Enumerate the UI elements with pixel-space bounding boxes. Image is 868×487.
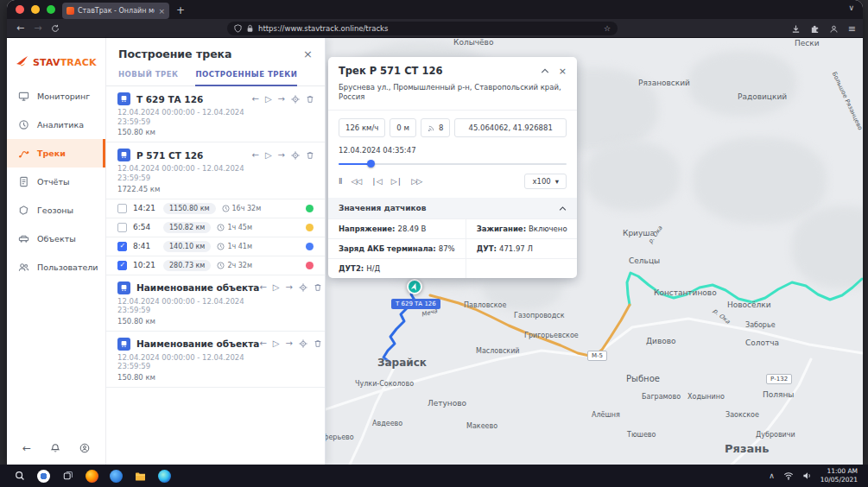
playback-slider-thumb[interactable] [367, 160, 375, 168]
window-close-button[interactable] [16, 5, 24, 14]
taskbar-edge-button[interactable] [158, 470, 171, 483]
account-button[interactable] [829, 24, 839, 34]
track-play-button[interactable]: ▷ [273, 283, 280, 292]
track-pan-start-button[interactable]: ← [252, 95, 259, 104]
profile-button[interactable] [79, 443, 90, 453]
taskbar-explorer-button[interactable] [134, 470, 147, 483]
panel-close-icon[interactable]: × [303, 47, 313, 60]
track-segment-row[interactable]: 6:54 150.82 км 1ч 45м [106, 218, 325, 237]
track-pan-start-button[interactable]: ← [252, 151, 259, 160]
track-row[interactable]: Наименование объекта ← ▷ → 12.04.2024 00… [106, 275, 325, 332]
tab-list-chevron-icon[interactable]: ∨ [848, 3, 854, 12]
track-delete-button[interactable] [314, 283, 322, 292]
vehicle-map-label[interactable]: Т 629 ТА 126 [391, 299, 440, 309]
track-play-button[interactable]: ▷ [265, 151, 272, 160]
segment-checkbox[interactable] [117, 223, 127, 232]
sidebar-item-users[interactable]: Пользователи [7, 253, 105, 281]
playback-slider[interactable] [339, 161, 567, 168]
extensions-button[interactable] [810, 24, 820, 34]
track-pan-end-button[interactable]: → [285, 339, 292, 348]
menu-button[interactable]: ≡ [848, 23, 856, 35]
window-zoom-button[interactable] [47, 5, 55, 14]
tray-volume-icon[interactable] [802, 471, 812, 480]
track-locate-button[interactable] [291, 151, 300, 160]
map-canvas[interactable]: КолычёвоПескиРязановскийРадовицкийБольшо… [326, 38, 863, 465]
track-play-button[interactable]: ▷ [265, 95, 272, 104]
clock-icon [217, 262, 225, 269]
taskbar-firefox-button[interactable] [86, 470, 98, 483]
notifications-bell-button[interactable] [50, 443, 60, 453]
close-panel-icon[interactable]: × [559, 66, 567, 77]
vehicle-badge-icon [117, 281, 130, 294]
sensor-cell: Заряд АКБ терминала:87% [328, 238, 466, 258]
playback-slider-fill [339, 163, 371, 165]
track-play-button[interactable]: ▷ [273, 339, 280, 348]
pause-button[interactable]: Ⅱ [339, 177, 341, 186]
taskbar-task-view-button[interactable] [61, 470, 74, 483]
segment-checkbox[interactable] [117, 242, 127, 251]
collapse-sensors-chevron-icon[interactable] [559, 206, 567, 212]
track-pan-end-button[interactable]: → [278, 151, 285, 160]
taskbar-app-button[interactable] [110, 470, 123, 483]
segment-checkbox[interactable] [117, 261, 127, 270]
rewind-button[interactable]: ◁◁ [351, 177, 361, 186]
segment-time: 6:54 [133, 223, 157, 231]
road-badge: Р-132 [766, 374, 792, 384]
panel-title: Построение трека [118, 47, 232, 60]
map-label: Макеево [466, 422, 497, 430]
track-row[interactable]: Т 629 ТА 126 ← ▷ → 12.04.2024 00:00:00 -… [106, 86, 325, 142]
track-delete-button[interactable] [306, 151, 314, 160]
track-pan-start-button[interactable]: ← [259, 283, 266, 292]
vehicle-badge-icon [117, 338, 130, 351]
step-forward-button[interactable]: ▷❘ [391, 177, 402, 186]
track-segment-row[interactable]: 14:21 1150.80 км 16ч 32м [106, 199, 325, 218]
track-row[interactable]: Наименование объекта ← ▷ → 12.04.2024 00… [106, 332, 325, 388]
map-label: Баграмово [642, 393, 681, 401]
window-minimize-button[interactable] [31, 5, 40, 14]
track-locate-button[interactable] [299, 339, 307, 348]
track-delete-button[interactable] [314, 339, 322, 348]
track-pan-end-button[interactable]: → [278, 95, 285, 104]
segment-checkbox[interactable] [117, 204, 127, 213]
browser-tab[interactable]: СтавТрак - Онлайн мониторг... × [62, 3, 169, 19]
taskbar-clock[interactable]: 11:00 AM 10/05/2021 [820, 467, 858, 484]
sidebar-item-analytics[interactable]: Аналитика [7, 111, 105, 139]
playback-rate-dropdown[interactable]: x100▾ [524, 174, 567, 189]
reload-button[interactable] [51, 19, 60, 38]
sidebar-item-tracks[interactable]: Треки [7, 139, 105, 168]
track-row[interactable]: Р 571 СТ 126 ← ▷ → 12.04.2024 00:00:00 -… [106, 142, 325, 199]
collapse-sidebar-button[interactable]: ← [22, 442, 31, 454]
downloads-button[interactable] [791, 24, 801, 34]
tray-hidden-icons-chevron[interactable]: ∧ [769, 471, 775, 480]
sidebar-item-objects[interactable]: Объекты [7, 225, 105, 253]
step-back-button[interactable]: ❘◁ [371, 177, 381, 186]
taskbar-widgets-button[interactable] [37, 470, 50, 483]
tab-close-icon[interactable]: × [158, 7, 165, 16]
collapse-panel-chevron-icon[interactable] [541, 67, 549, 74]
url-bar[interactable]: https://www.stavtrack.online/tracks ☆ [227, 22, 618, 35]
track-delete-button[interactable] [306, 95, 314, 104]
fast-forward-button[interactable]: ▷▷ [411, 177, 421, 186]
sensor-cell: ДУТ2:Н/Д [328, 258, 466, 278]
segment-time: 10:21 [133, 261, 157, 269]
clock-icon [217, 243, 225, 250]
taskbar-search-button[interactable] [13, 470, 26, 483]
track-locate-button[interactable] [299, 283, 307, 292]
tray-network-icon[interactable] [783, 471, 794, 480]
back-button[interactable]: ← [16, 19, 24, 38]
sidebar-item-monitoring[interactable]: Мониторинг [7, 82, 105, 111]
new-tab-button[interactable]: + [176, 3, 185, 19]
forward-button[interactable]: → [34, 19, 41, 38]
track-segment-row[interactable]: 10:21 280.73 км 2ч 32м [106, 256, 325, 275]
tab-built-tracks[interactable]: ПОСТРОЕННЫЕ ТРЕКИ [195, 66, 297, 86]
track-segment-row[interactable]: 8:41 140.10 км 1ч 41м [106, 237, 325, 256]
bookmark-star-icon[interactable]: ☆ [604, 24, 611, 33]
vehicle-position-marker[interactable] [407, 279, 422, 294]
tab-new-track[interactable]: НОВЫЙ ТРЕК [118, 66, 178, 85]
sidebar-item-reports[interactable]: Отчёты [7, 168, 105, 196]
sidebar-item-geozones[interactable]: Геозоны [7, 196, 105, 225]
sensors-section-header[interactable]: Значения датчиков [328, 198, 577, 218]
track-pan-start-button[interactable]: ← [259, 339, 266, 348]
track-locate-button[interactable] [291, 95, 300, 104]
track-pan-end-button[interactable]: → [285, 283, 292, 292]
